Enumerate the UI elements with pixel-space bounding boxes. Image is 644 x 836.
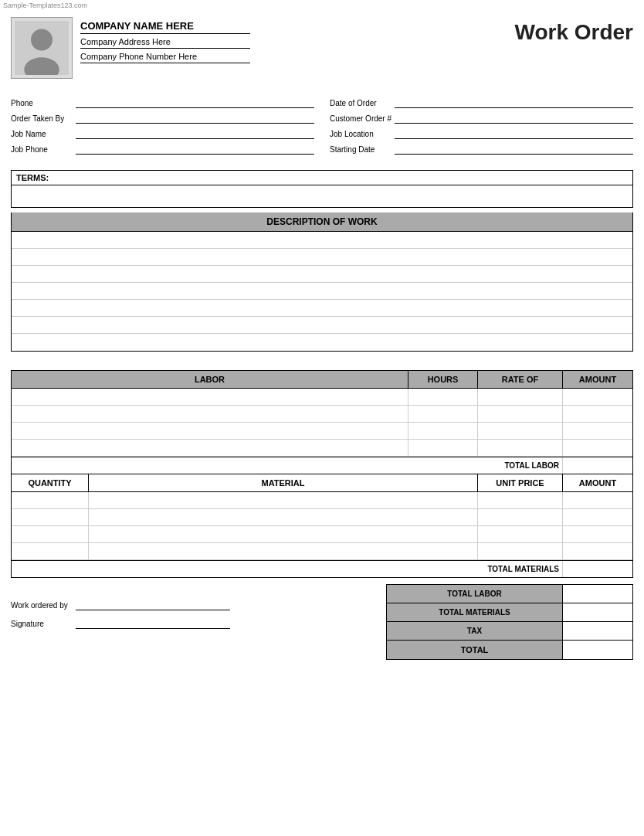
header-right: Work Order (514, 17, 633, 45)
mat-cell[interactable] (12, 509, 89, 525)
terms-section: TERMS: (11, 170, 633, 208)
labor-cell[interactable] (563, 389, 632, 405)
materials-header-row: QUANTITY MATERIAL UNIT PRICE AMOUNT (12, 474, 632, 492)
dow-row[interactable] (12, 334, 632, 351)
work-order-title: Work Order (514, 20, 633, 45)
labor-cell[interactable] (563, 406, 632, 422)
dow-section: DESCRIPTION OF WORK (11, 212, 633, 352)
dow-row[interactable] (12, 266, 632, 283)
mat-cell[interactable] (89, 526, 478, 542)
labor-cell[interactable] (563, 440, 632, 456)
labor-cell[interactable] (478, 389, 563, 405)
labor-cell[interactable] (478, 406, 563, 422)
labor-data-row (12, 389, 632, 406)
summary-row-total-materials: TOTAL MATERIALS (387, 603, 632, 622)
work-ordered-by-row: Work ordered by (11, 600, 230, 610)
mat-cell[interactable] (478, 492, 563, 508)
summary-total-materials-value[interactable] (563, 603, 632, 621)
labor-cell[interactable] (12, 389, 408, 405)
labor-total-value[interactable] (563, 457, 632, 474)
starting-date-input[interactable] (395, 144, 633, 155)
materials-data-row (12, 543, 632, 560)
summary-tax-label: TAX (387, 622, 563, 640)
mat-col-amount: AMOUNT (563, 474, 632, 491)
materials-total-value[interactable] (563, 561, 632, 577)
form-row-phone: Phone (11, 97, 314, 108)
mat-cell[interactable] (478, 526, 563, 542)
header: COMPANY NAME HERE Company Address Here C… (0, 11, 644, 83)
work-ordered-by-label: Work ordered by (11, 601, 73, 610)
work-ordered-by-input[interactable] (76, 600, 230, 610)
labor-cell[interactable] (563, 423, 632, 439)
labor-cell[interactable] (408, 389, 478, 405)
form-row-date-of-order: Date of Order (330, 97, 633, 108)
date-of-order-label: Date of Order (330, 99, 391, 107)
labor-data-row (12, 406, 632, 423)
job-phone-input[interactable] (76, 144, 314, 155)
mat-cell[interactable] (563, 543, 632, 559)
date-of-order-input[interactable] (395, 97, 633, 108)
labor-cell[interactable] (478, 440, 563, 456)
summary-total-materials-label: TOTAL MATERIALS (387, 603, 563, 621)
order-taken-input[interactable] (76, 113, 314, 124)
dow-row[interactable] (12, 283, 632, 300)
mat-cell[interactable] (563, 526, 632, 542)
mat-cell[interactable] (478, 509, 563, 525)
company-phone: Company Phone Number Here (80, 52, 250, 63)
mat-cell[interactable] (563, 492, 632, 508)
labor-cell[interactable] (12, 440, 408, 456)
terms-header: TERMS: (12, 171, 632, 185)
footer-left: Work ordered by Signature (11, 584, 230, 629)
labor-cell[interactable] (12, 406, 408, 422)
summary-tax-value[interactable] (563, 622, 632, 640)
dow-row[interactable] (12, 249, 632, 266)
labor-cell[interactable] (408, 406, 478, 422)
dow-row[interactable] (12, 317, 632, 334)
mat-cell[interactable] (12, 492, 89, 508)
mat-cell[interactable] (478, 543, 563, 559)
summary-row-total-labor: TOTAL LABOR (387, 585, 632, 603)
terms-body[interactable] (12, 185, 632, 207)
mat-cell[interactable] (89, 509, 478, 525)
materials-table: QUANTITY MATERIAL UNIT PRICE AMOUNT TOTA… (11, 474, 633, 578)
footer-section: Work ordered by Signature TOTAL LABOR TO… (11, 584, 633, 660)
starting-date-label: Starting Date (330, 145, 391, 154)
labor-cell[interactable] (408, 440, 478, 456)
form-row-job-name: Job Name (11, 128, 314, 139)
labor-total-row: TOTAL LABOR (12, 457, 632, 474)
labor-table: LABOR HOURS RATE OF AMOUNT TOTAL LABOR (11, 370, 633, 474)
header-left: COMPANY NAME HERE Company Address Here C… (11, 17, 250, 79)
mat-cell[interactable] (563, 509, 632, 525)
mat-col-material: MATERIAL (89, 474, 478, 491)
form-row-starting-date: Starting Date (330, 144, 633, 155)
mat-cell[interactable] (89, 543, 478, 559)
job-location-label: Job Location (330, 130, 391, 138)
company-address: Company Address Here (80, 37, 250, 49)
labor-header-row: LABOR HOURS RATE OF AMOUNT (12, 371, 632, 389)
summary-total-value[interactable] (563, 641, 632, 659)
summary-total-labor-value[interactable] (563, 585, 632, 603)
job-name-label: Job Name (11, 130, 73, 138)
summary-total-labor-label: TOTAL LABOR (387, 585, 563, 603)
labor-data-row (12, 423, 632, 440)
svg-point-1 (31, 29, 53, 51)
summary-table: TOTAL LABOR TOTAL MATERIALS TAX TOTAL (386, 584, 633, 660)
labor-cell[interactable] (408, 423, 478, 439)
materials-data-row (12, 509, 632, 526)
mat-cell[interactable] (89, 492, 478, 508)
labor-cell[interactable] (478, 423, 563, 439)
materials-data-row (12, 526, 632, 543)
phone-input[interactable] (76, 97, 314, 108)
mat-cell[interactable] (12, 526, 89, 542)
avatar (11, 17, 73, 79)
dow-row[interactable] (12, 232, 632, 249)
job-location-input[interactable] (395, 128, 633, 139)
customer-order-input[interactable] (395, 113, 633, 124)
labor-cell[interactable] (12, 423, 408, 439)
dow-row[interactable] (12, 300, 632, 317)
mat-col-unit-price: UNIT PRICE (478, 474, 563, 491)
watermark: Sample-Templates123.com (0, 0, 644, 11)
job-name-input[interactable] (76, 128, 314, 139)
signature-input[interactable] (76, 618, 230, 629)
mat-cell[interactable] (12, 543, 89, 559)
